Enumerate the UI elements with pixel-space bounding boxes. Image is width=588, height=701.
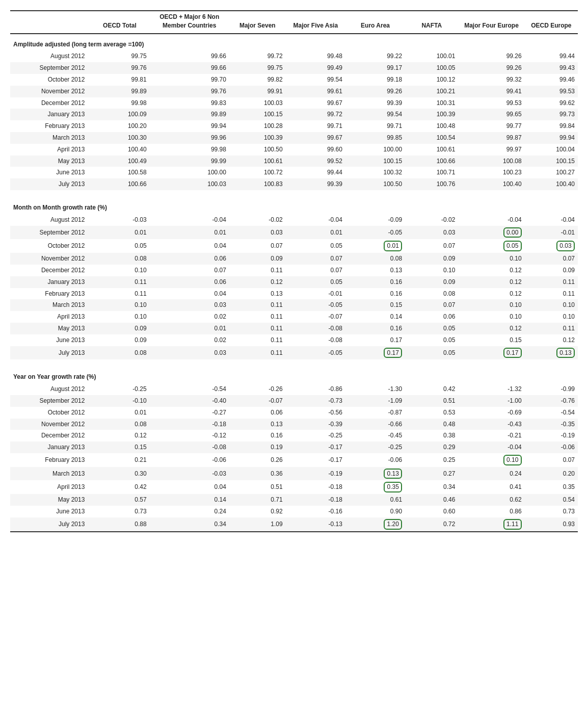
outlined-value-euro: 0.17 (384, 348, 402, 358)
row-data-cell-maj5: -0.05 (286, 299, 345, 311)
row-data-cell-oecd6: -0.04 (150, 214, 229, 226)
row-data-cell-maj4eu: 1.11 (458, 517, 524, 531)
table-row: September 2012-0.10-0.40-0.07-0.73-1.090… (10, 395, 578, 407)
row-data-cell-oecd: 0.12 (90, 430, 149, 442)
row-data-cell-oecd6: 99.66 (150, 50, 229, 62)
row-data-cell-maj7: 100.39 (229, 132, 286, 144)
col-header-oecd6: OECD + Major 6 Non Member Countries (150, 11, 229, 34)
row-data-cell-maj4eu: 0.10 (458, 311, 524, 323)
row-data-cell-maj5: 99.49 (286, 62, 345, 74)
row-data-cell-maj7: 0.07 (229, 239, 286, 253)
row-date-cell: October 2012 (10, 407, 90, 419)
row-data-cell-euro: -0.06 (345, 453, 405, 467)
row-data-cell-nafta: 100.12 (405, 74, 458, 86)
row-data-cell-oecd: 0.42 (90, 480, 149, 494)
col-header-major5asia: Major Five Asia (286, 11, 345, 34)
row-data-cell-maj7: 0.26 (229, 453, 286, 467)
row-data-cell-oecdeu: 100.40 (525, 178, 578, 190)
row-data-cell-oecd6: -0.12 (150, 430, 229, 442)
row-date-cell: May 2013 (10, 155, 90, 167)
row-data-cell-maj5: 99.48 (286, 50, 345, 62)
outlined-value-oecdeu: 0.03 (556, 241, 575, 251)
row-data-cell-oecdeu: 99.53 (525, 86, 578, 97)
table-row: October 201299.8199.7099.8299.5499.18100… (10, 74, 578, 86)
row-data-cell-oecd: 0.01 (90, 226, 149, 240)
section-title-0: Amplitude adjusted (long term average =1… (10, 34, 578, 51)
row-data-cell-maj5: 0.05 (286, 276, 345, 288)
row-date-cell: July 2013 (10, 346, 90, 360)
table-row: June 2013100.58100.00100.7299.44100.3210… (10, 167, 578, 178)
row-data-cell-maj5: -0.18 (286, 480, 345, 494)
row-data-cell-maj7: 0.12 (229, 276, 286, 288)
row-data-cell-oecdeu: 0.07 (525, 253, 578, 265)
row-data-cell-nafta: 100.01 (405, 50, 458, 62)
table-row: December 201299.9899.83100.0399.6799.391… (10, 97, 578, 109)
row-date-cell: June 2013 (10, 506, 90, 517)
row-data-cell-maj7: 0.51 (229, 480, 286, 494)
section-header-2: Year on Year growth rate (%) (10, 367, 578, 383)
row-data-cell-nafta: 0.51 (405, 395, 458, 407)
row-data-cell-oecdeu: 100.04 (525, 144, 578, 155)
row-data-cell-oecd6: 99.96 (150, 132, 229, 144)
row-data-cell-maj7: 100.03 (229, 97, 286, 109)
row-data-cell-euro: 0.14 (345, 311, 405, 323)
row-data-cell-nafta: 100.54 (405, 132, 458, 144)
row-data-cell-maj5: -0.19 (286, 467, 345, 481)
row-data-cell-euro: -0.25 (345, 442, 405, 453)
row-date-cell: January 2013 (10, 109, 90, 120)
row-data-cell-euro: 100.32 (345, 167, 405, 178)
row-data-cell-oecdeu: 0.10 (525, 311, 578, 323)
table-row: June 20130.090.020.11-0.080.170.050.150.… (10, 334, 578, 346)
row-data-cell-maj5: 99.61 (286, 86, 345, 97)
row-data-cell-oecd6: -0.40 (150, 395, 229, 407)
row-data-cell-maj5: -0.04 (286, 214, 345, 226)
row-date-cell: September 2012 (10, 62, 90, 74)
table-row: March 2013100.3099.96100.3999.6799.85100… (10, 132, 578, 144)
row-data-cell-maj5: 99.54 (286, 74, 345, 86)
row-data-cell-oecd: 0.10 (90, 299, 149, 311)
row-data-cell-maj5: 99.67 (286, 97, 345, 109)
row-data-cell-maj7: 100.72 (229, 167, 286, 178)
row-data-cell-oecd6: -0.54 (150, 383, 229, 395)
row-data-cell-oecdeu: -0.04 (525, 214, 578, 226)
row-data-cell-oecd6: 0.06 (150, 276, 229, 288)
row-data-cell-maj4eu: 0.12 (458, 276, 524, 288)
row-date-cell: July 2013 (10, 517, 90, 531)
row-data-cell-maj4eu: 0.10 (458, 253, 524, 265)
row-data-cell-oecdeu: 0.11 (525, 288, 578, 300)
table-row: November 201299.8999.7699.9199.6199.2610… (10, 86, 578, 97)
row-data-cell-oecd6: -0.06 (150, 453, 229, 467)
row-data-cell-oecd6: 0.02 (150, 334, 229, 346)
row-data-cell-oecd: 99.81 (90, 74, 149, 86)
row-data-cell-nafta: 0.34 (405, 480, 458, 494)
row-data-cell-maj4eu: 0.17 (458, 346, 524, 360)
section-header-0: Amplitude adjusted (long term average =1… (10, 34, 578, 51)
row-data-cell-oecdeu: 0.13 (525, 346, 578, 360)
row-data-cell-oecd: 0.10 (90, 311, 149, 323)
row-data-cell-maj5: -0.39 (286, 419, 345, 430)
row-data-cell-nafta: 0.27 (405, 467, 458, 481)
row-data-cell-nafta: 0.03 (405, 226, 458, 240)
row-data-cell-maj7: 100.15 (229, 109, 286, 120)
row-data-cell-maj5: 0.01 (286, 226, 345, 240)
row-data-cell-euro: -0.66 (345, 419, 405, 430)
outlined-value-euro: 0.01 (384, 241, 402, 251)
row-data-cell-maj5: 0.07 (286, 265, 345, 276)
row-data-cell-maj7: 0.13 (229, 288, 286, 300)
row-data-cell-maj5: -0.16 (286, 506, 345, 517)
row-data-cell-nafta: 0.53 (405, 407, 458, 419)
col-header-date (10, 11, 90, 34)
row-date-cell: October 2012 (10, 239, 90, 253)
row-data-cell-oecd: 0.09 (90, 334, 149, 346)
row-data-cell-euro: -0.09 (345, 214, 405, 226)
row-data-cell-oecd: 99.89 (90, 86, 149, 97)
row-data-cell-oecdeu: 99.62 (525, 97, 578, 109)
row-data-cell-euro: -0.05 (345, 226, 405, 240)
row-data-cell-maj4eu: -0.04 (458, 442, 524, 453)
row-data-cell-euro: 0.13 (345, 467, 405, 481)
row-data-cell-nafta: 100.31 (405, 97, 458, 109)
row-data-cell-maj4eu: 0.12 (458, 288, 524, 300)
row-data-cell-oecd6: -0.08 (150, 442, 229, 453)
row-date-cell: February 2013 (10, 453, 90, 467)
row-date-cell: February 2013 (10, 288, 90, 300)
